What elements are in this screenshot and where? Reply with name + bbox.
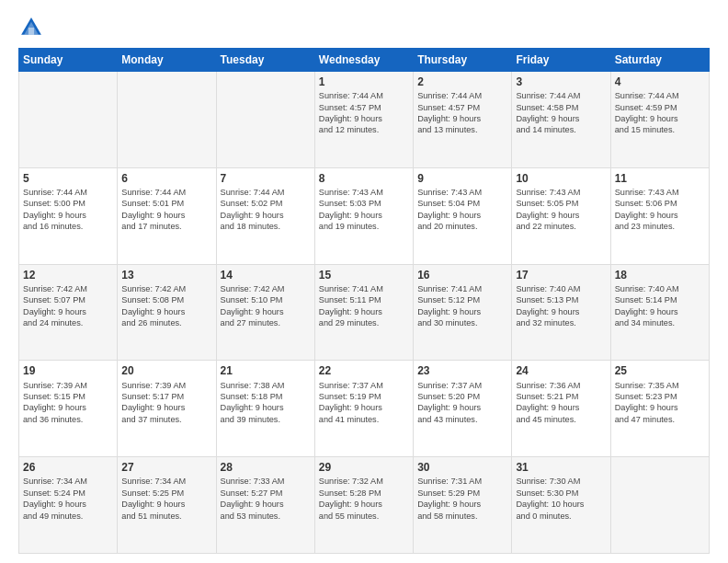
day-number: 7 [221,171,311,186]
day-info: Sunrise: 7:31 AM Sunset: 5:29 PM Dayligh… [417,476,507,522]
day-cell: 19Sunrise: 7:39 AM Sunset: 5:15 PM Dayli… [19,361,118,457]
calendar-header: SundayMondayTuesdayWednesdayThursdayFrid… [19,49,710,72]
day-cell: 24Sunrise: 7:36 AM Sunset: 5:21 PM Dayli… [512,361,610,457]
day-header-sunday: Sunday [19,49,118,72]
calendar-body: 1Sunrise: 7:44 AM Sunset: 4:57 PM Daylig… [19,72,710,554]
day-info: Sunrise: 7:34 AM Sunset: 5:25 PM Dayligh… [121,476,211,522]
header [18,15,710,40]
day-number: 9 [417,171,507,186]
day-cell: 11Sunrise: 7:43 AM Sunset: 5:06 PM Dayli… [610,167,709,264]
day-cell [610,457,709,554]
day-cell [216,72,314,168]
svg-rect-2 [28,28,34,35]
day-info: Sunrise: 7:38 AM Sunset: 5:18 PM Dayligh… [221,380,311,426]
day-info: Sunrise: 7:43 AM Sunset: 5:06 PM Dayligh… [615,187,705,233]
day-info: Sunrise: 7:41 AM Sunset: 5:11 PM Dayligh… [319,283,409,329]
day-info: Sunrise: 7:41 AM Sunset: 5:12 PM Dayligh… [417,283,507,329]
week-row-5: 26Sunrise: 7:34 AM Sunset: 5:24 PM Dayli… [19,457,710,554]
day-cell: 2Sunrise: 7:44 AM Sunset: 4:57 PM Daylig… [414,72,512,168]
day-cell: 30Sunrise: 7:31 AM Sunset: 5:29 PM Dayli… [414,457,512,554]
day-cell [118,72,216,168]
day-header-tuesday: Tuesday [216,49,314,72]
day-info: Sunrise: 7:36 AM Sunset: 5:21 PM Dayligh… [516,380,606,426]
logo [18,15,48,40]
day-number: 23 [417,363,507,378]
day-info: Sunrise: 7:30 AM Sunset: 5:30 PM Dayligh… [516,476,606,522]
day-number: 18 [615,268,705,282]
day-header-monday: Monday [118,49,216,72]
day-number: 13 [121,268,211,282]
day-number: 5 [23,171,113,186]
day-info: Sunrise: 7:40 AM Sunset: 5:13 PM Dayligh… [516,283,606,329]
day-info: Sunrise: 7:40 AM Sunset: 5:14 PM Dayligh… [615,283,705,329]
calendar-table: SundayMondayTuesdayWednesdayThursdayFrid… [18,48,710,554]
day-header-row: SundayMondayTuesdayWednesdayThursdayFrid… [19,49,710,72]
day-cell: 31Sunrise: 7:30 AM Sunset: 5:30 PM Dayli… [512,457,610,554]
day-info: Sunrise: 7:44 AM Sunset: 4:57 PM Dayligh… [417,90,507,136]
day-number: 17 [516,268,606,282]
day-cell: 21Sunrise: 7:38 AM Sunset: 5:18 PM Dayli… [216,361,314,457]
day-cell: 3Sunrise: 7:44 AM Sunset: 4:58 PM Daylig… [512,72,610,168]
day-cell: 26Sunrise: 7:34 AM Sunset: 5:24 PM Dayli… [19,457,118,554]
logo-icon [18,15,44,40]
day-number: 16 [417,268,507,282]
day-info: Sunrise: 7:42 AM Sunset: 5:08 PM Dayligh… [121,283,211,329]
day-number: 20 [121,363,211,378]
day-number: 21 [221,363,311,378]
day-info: Sunrise: 7:37 AM Sunset: 5:20 PM Dayligh… [417,380,507,426]
day-cell: 29Sunrise: 7:32 AM Sunset: 5:28 PM Dayli… [314,457,413,554]
day-header-wednesday: Wednesday [314,49,413,72]
day-cell: 4Sunrise: 7:44 AM Sunset: 4:59 PM Daylig… [610,72,709,168]
day-cell: 25Sunrise: 7:35 AM Sunset: 5:23 PM Dayli… [610,361,709,457]
week-row-2: 5Sunrise: 7:44 AM Sunset: 5:00 PM Daylig… [19,167,710,264]
day-cell: 13Sunrise: 7:42 AM Sunset: 5:08 PM Dayli… [118,264,216,361]
day-cell: 9Sunrise: 7:43 AM Sunset: 5:04 PM Daylig… [414,167,512,264]
day-cell: 7Sunrise: 7:44 AM Sunset: 5:02 PM Daylig… [216,167,314,264]
day-info: Sunrise: 7:34 AM Sunset: 5:24 PM Dayligh… [23,476,113,522]
day-info: Sunrise: 7:44 AM Sunset: 5:02 PM Dayligh… [221,187,311,233]
day-info: Sunrise: 7:42 AM Sunset: 5:07 PM Dayligh… [23,283,113,329]
day-number: 11 [615,171,705,186]
day-number: 1 [319,75,409,89]
day-cell: 5Sunrise: 7:44 AM Sunset: 5:00 PM Daylig… [19,167,118,264]
day-cell: 28Sunrise: 7:33 AM Sunset: 5:27 PM Dayli… [216,457,314,554]
day-cell: 12Sunrise: 7:42 AM Sunset: 5:07 PM Dayli… [19,264,118,361]
day-cell: 8Sunrise: 7:43 AM Sunset: 5:03 PM Daylig… [314,167,413,264]
day-info: Sunrise: 7:39 AM Sunset: 5:15 PM Dayligh… [23,380,113,426]
day-info: Sunrise: 7:44 AM Sunset: 5:01 PM Dayligh… [121,187,211,233]
day-number: 2 [417,75,507,89]
day-info: Sunrise: 7:43 AM Sunset: 5:05 PM Dayligh… [516,187,606,233]
day-number: 28 [221,460,311,475]
day-info: Sunrise: 7:44 AM Sunset: 4:57 PM Dayligh… [319,90,409,136]
day-cell: 14Sunrise: 7:42 AM Sunset: 5:10 PM Dayli… [216,264,314,361]
day-cell: 17Sunrise: 7:40 AM Sunset: 5:13 PM Dayli… [512,264,610,361]
day-number: 26 [23,460,113,475]
day-number: 22 [319,363,409,378]
day-number: 8 [319,171,409,186]
day-number: 15 [319,268,409,282]
day-info: Sunrise: 7:43 AM Sunset: 5:04 PM Dayligh… [417,187,507,233]
page: SundayMondayTuesdayWednesdayThursdayFrid… [0,0,728,563]
day-info: Sunrise: 7:37 AM Sunset: 5:19 PM Dayligh… [319,380,409,426]
day-number: 12 [23,268,113,282]
day-info: Sunrise: 7:39 AM Sunset: 5:17 PM Dayligh… [121,380,211,426]
day-cell: 16Sunrise: 7:41 AM Sunset: 5:12 PM Dayli… [414,264,512,361]
day-info: Sunrise: 7:32 AM Sunset: 5:28 PM Dayligh… [319,476,409,522]
day-cell: 23Sunrise: 7:37 AM Sunset: 5:20 PM Dayli… [414,361,512,457]
day-number: 6 [121,171,211,186]
week-row-1: 1Sunrise: 7:44 AM Sunset: 4:57 PM Daylig… [19,72,710,168]
day-info: Sunrise: 7:44 AM Sunset: 4:59 PM Dayligh… [615,90,705,136]
day-header-friday: Friday [512,49,610,72]
day-cell: 1Sunrise: 7:44 AM Sunset: 4:57 PM Daylig… [314,72,413,168]
day-info: Sunrise: 7:44 AM Sunset: 4:58 PM Dayligh… [516,90,606,136]
day-header-thursday: Thursday [414,49,512,72]
day-info: Sunrise: 7:33 AM Sunset: 5:27 PM Dayligh… [221,476,311,522]
week-row-4: 19Sunrise: 7:39 AM Sunset: 5:15 PM Dayli… [19,361,710,457]
day-number: 24 [516,363,606,378]
day-cell: 27Sunrise: 7:34 AM Sunset: 5:25 PM Dayli… [118,457,216,554]
day-cell: 15Sunrise: 7:41 AM Sunset: 5:11 PM Dayli… [314,264,413,361]
day-cell: 22Sunrise: 7:37 AM Sunset: 5:19 PM Dayli… [314,361,413,457]
day-number: 30 [417,460,507,475]
day-number: 3 [516,75,606,89]
day-number: 27 [121,460,211,475]
